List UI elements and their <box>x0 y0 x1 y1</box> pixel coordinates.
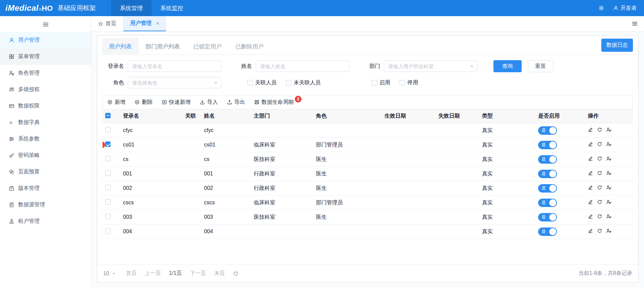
cell-start-date <box>382 196 436 210</box>
last-page-link[interactable]: 末页 <box>214 270 225 277</box>
data-log-button[interactable]: 数据日志 <box>601 39 633 52</box>
reset-icon[interactable] <box>597 214 602 219</box>
edit-icon[interactable] <box>588 170 593 176</box>
reset-icon[interactable] <box>597 199 602 205</box>
reset-icon[interactable] <box>597 228 602 234</box>
edit-icon[interactable] <box>588 199 593 205</box>
tab-user-list[interactable]: 用户列表 <box>103 38 138 55</box>
unassociated-checkbox[interactable] <box>286 80 291 85</box>
sidebar-item-menus[interactable]: 菜单管理 <box>0 48 91 65</box>
tab-user-management[interactable]: 用户管理 × <box>123 16 166 31</box>
row-checkbox[interactable] <box>105 185 111 190</box>
dept-input[interactable] <box>384 60 477 72</box>
tab-home[interactable]: 首页 <box>91 16 123 31</box>
checkbox-associated[interactable]: 关联人员 <box>247 79 277 86</box>
edit-icon[interactable] <box>588 228 593 234</box>
sidebar-item-data-dictionary[interactable]: fx 数据字典 <box>0 114 91 131</box>
enabled-toggle[interactable]: 是 <box>538 213 557 221</box>
dept-select[interactable] <box>384 60 477 72</box>
quick-add-button[interactable]: 快速新增 <box>162 99 191 106</box>
checkbox-unassociated[interactable]: 未关联人员 <box>286 79 321 86</box>
enabled-toggle[interactable]: 是 <box>538 199 557 207</box>
reset-icon[interactable] <box>597 141 602 147</box>
row-checkbox[interactable] <box>105 156 111 161</box>
sidebar-item-password-policy[interactable]: 密码策略 <box>0 147 91 164</box>
add-button[interactable]: 新增 <box>107 99 125 106</box>
reset-icon[interactable] <box>597 170 602 176</box>
tab-locked-users[interactable]: 已锁定用户 <box>187 39 228 54</box>
enabled-toggle[interactable]: 是 <box>538 141 557 149</box>
next-page-link[interactable]: 下一页 <box>190 270 206 277</box>
row-checkbox[interactable] <box>105 214 111 219</box>
edit-icon[interactable] <box>588 141 593 147</box>
disabled-checkbox[interactable] <box>400 80 405 85</box>
name-input[interactable] <box>256 60 349 72</box>
edit-icon[interactable] <box>588 156 593 161</box>
sidebar-item-multi-auth[interactable]: 多级授权 <box>0 81 91 98</box>
tab-dept-user-list[interactable]: 部门用户列表 <box>139 39 186 54</box>
row-checkbox[interactable] <box>105 170 111 176</box>
sidebar-item-system-params[interactable]: 系统参数 <box>0 131 91 147</box>
sidebar-item-roles[interactable]: 角色管理 <box>0 65 91 81</box>
assign-role-icon[interactable] <box>606 141 611 147</box>
assign-role-icon[interactable] <box>606 228 611 234</box>
enabled-toggle[interactable]: 是 <box>538 126 557 135</box>
assign-role-icon[interactable] <box>606 185 611 190</box>
edit-icon[interactable] <box>588 214 593 219</box>
associated-checkbox[interactable] <box>247 80 253 85</box>
assign-role-icon[interactable] <box>606 214 611 219</box>
enabled-toggle[interactable]: 是 <box>538 184 557 193</box>
sidebar-collapse[interactable] <box>0 16 91 32</box>
row-checkbox[interactable] <box>105 141 111 147</box>
enabled-checkbox[interactable] <box>372 80 377 85</box>
reset-icon[interactable] <box>597 127 602 132</box>
cell-login: 001 <box>120 167 183 181</box>
first-page-link[interactable]: 首页 <box>126 270 137 277</box>
enabled-toggle[interactable]: 是 <box>538 155 557 164</box>
toggle-knob <box>549 127 556 134</box>
data-lifecycle-button[interactable]: 数据生命周期 2 <box>254 99 294 106</box>
reset-icon[interactable] <box>597 185 602 190</box>
sidebar-item-data-permission[interactable]: 数据权限 <box>0 98 91 114</box>
row-checkbox[interactable] <box>105 228 111 234</box>
reset-button[interactable]: 重置 <box>528 60 553 72</box>
checkbox-disabled[interactable]: 停用 <box>400 79 418 86</box>
reset-icon[interactable] <box>597 156 602 161</box>
close-icon[interactable]: × <box>156 20 159 27</box>
prev-page-link[interactable]: 上一页 <box>145 270 161 277</box>
edit-icon[interactable] <box>588 185 593 190</box>
tab-deleted-users[interactable]: 已删除用户 <box>229 39 270 54</box>
header-operations: 操作 <box>585 109 633 123</box>
enabled-toggle[interactable]: 是 <box>538 170 557 178</box>
export-button[interactable]: 导出 <box>227 99 245 106</box>
topnav-item-system-monitor[interactable]: 系统监控 <box>152 0 192 16</box>
select-all-checkbox[interactable] <box>105 113 111 118</box>
sidebar-item-datasource[interactable]: 数据源管理 <box>0 197 91 213</box>
login-input[interactable] <box>128 60 221 72</box>
assign-role-icon[interactable] <box>606 156 611 161</box>
gear-icon[interactable] <box>598 5 604 11</box>
checkbox-enabled[interactable]: 启用 <box>372 79 390 86</box>
page-size-select[interactable]: 10 <box>103 271 116 277</box>
role-input[interactable] <box>128 77 221 88</box>
row-checkbox[interactable] <box>105 199 111 205</box>
assign-role-icon[interactable] <box>606 127 611 132</box>
row-checkbox[interactable] <box>105 127 111 132</box>
edit-icon[interactable] <box>588 127 593 132</box>
query-button[interactable]: 查询 <box>493 60 522 72</box>
topnav-item-system-management[interactable]: 系统管理 <box>111 0 152 16</box>
assign-role-icon[interactable] <box>606 199 611 205</box>
import-button[interactable]: 导入 <box>200 99 218 106</box>
assign-role-icon[interactable] <box>606 170 611 176</box>
cell-assoc <box>183 196 201 210</box>
delete-button[interactable]: 删除 <box>134 99 153 106</box>
hamburger-icon[interactable] <box>632 20 638 27</box>
sidebar-item-users[interactable]: 用户管理 <box>0 32 91 48</box>
current-user[interactable]: 开发者 <box>613 5 637 12</box>
role-select[interactable] <box>128 77 221 88</box>
enabled-toggle[interactable]: 是 <box>538 228 557 236</box>
refresh-icon[interactable] <box>233 271 238 276</box>
sidebar-item-tenant[interactable]: 租户管理 <box>0 213 91 230</box>
sidebar-item-version[interactable]: 版本管理 <box>0 180 91 197</box>
sidebar-item-page-preset[interactable]: 页面预置 <box>0 164 91 180</box>
